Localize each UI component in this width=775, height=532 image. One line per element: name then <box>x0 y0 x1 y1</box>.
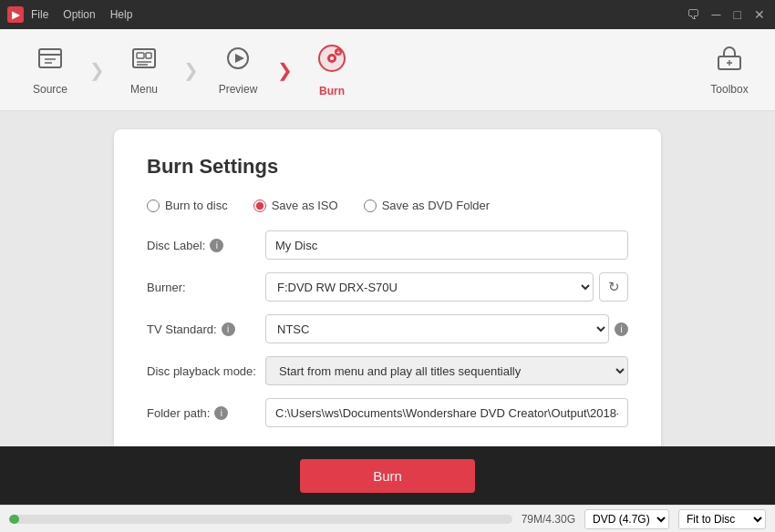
svg-text:+: + <box>336 49 340 56</box>
svg-marker-10 <box>235 54 244 63</box>
svg-rect-0 <box>39 49 61 67</box>
menu-file[interactable]: File <box>31 8 48 21</box>
toolbox-label: Toolbox <box>710 83 748 96</box>
tv-standard-select[interactable]: NTSC PAL <box>265 314 609 343</box>
window-close[interactable]: ✕ <box>751 7 768 22</box>
fit-mode-select[interactable]: Fit to Disc High Quality Custom <box>678 509 766 529</box>
radio-save-as-iso-input[interactable] <box>253 200 266 212</box>
disc-playback-mode-select[interactable]: Start from menu and play all titles sequ… <box>265 356 628 385</box>
tab-menu[interactable]: Menu <box>103 36 185 104</box>
disc-size-select[interactable]: DVD (4.7G) DVD (8.5G) BD (25G) <box>584 509 669 529</box>
toolbox-tab[interactable]: Toolbox <box>693 44 766 96</box>
main-content: Burn Settings Burn to disc Save as ISO S… <box>0 111 775 446</box>
burn-icon: + <box>315 42 348 81</box>
tab-menu-label: Menu <box>130 83 158 96</box>
tv-standard-right-info-icon[interactable]: i <box>615 322 628 336</box>
disc-label-row: Disc Label: i <box>147 230 628 260</box>
folder-path-row: Folder path: i <box>147 398 628 427</box>
radio-save-as-dvd-folder-input[interactable] <box>364 200 377 212</box>
toolbox-icon <box>715 44 744 79</box>
radio-save-as-iso[interactable]: Save as ISO <box>253 199 338 212</box>
tab-source[interactable]: Source <box>9 36 91 104</box>
radio-save-as-dvd-folder[interactable]: Save as DVD Folder <box>364 199 491 212</box>
window-controls: 🗨 ─ □ ✕ <box>684 7 768 22</box>
title-bar: ▶ File Option Help 🗨 ─ □ ✕ <box>0 0 775 29</box>
progress-bar-container <box>9 515 512 524</box>
radio-save-as-dvd-folder-label: Save as DVD Folder <box>382 199 491 212</box>
folder-path-info-icon[interactable]: i <box>214 406 228 420</box>
menu-bar: File Option Help <box>31 8 132 21</box>
window-minimize[interactable]: ─ <box>709 7 724 22</box>
burner-label: Burner: <box>147 281 265 294</box>
status-bar: 79M/4.30G DVD (4.7G) DVD (8.5G) BD (25G)… <box>0 505 775 532</box>
folder-path-input[interactable] <box>265 398 628 427</box>
burner-controls: F:DVD RW DRX-S70U ↻ <box>265 272 628 302</box>
disc-label-label: Disc Label: i <box>147 239 265 252</box>
folder-path-label: Folder path: i <box>147 406 265 420</box>
nav-tabs: Source ❯ Menu ❯ <box>9 29 373 110</box>
burner-select[interactable]: F:DVD RW DRX-S70U <box>265 272 594 302</box>
window-message[interactable]: 🗨 <box>684 7 702 22</box>
menu-help[interactable]: Help <box>110 8 133 21</box>
tab-burn-label: Burn <box>319 85 345 97</box>
bottom-bar: Burn <box>0 446 775 505</box>
burner-row: Burner: F:DVD RW DRX-S70U ↻ <box>147 272 628 302</box>
svg-rect-6 <box>146 53 151 58</box>
burn-mode-options: Burn to disc Save as ISO Save as DVD Fol… <box>147 199 628 212</box>
settings-card: Burn Settings Burn to disc Save as ISO S… <box>114 129 661 446</box>
tv-standard-info-icon[interactable]: i <box>222 322 235 336</box>
tab-preview-label: Preview <box>219 83 258 96</box>
preview-icon <box>223 44 253 79</box>
progress-bar-fill <box>9 515 19 524</box>
tv-standard-controls: NTSC PAL i <box>265 314 628 343</box>
window-maximize[interactable]: □ <box>731 7 744 22</box>
burn-button[interactable]: Burn <box>300 459 475 493</box>
radio-burn-to-disc[interactable]: Burn to disc <box>147 199 228 212</box>
storage-info: 79M/4.30G <box>522 513 575 526</box>
tab-source-label: Source <box>33 83 67 96</box>
radio-burn-to-disc-input[interactable] <box>147 200 160 212</box>
menu-icon <box>129 44 159 79</box>
nav-bar: Source ❯ Menu ❯ <box>0 29 775 111</box>
radio-burn-to-disc-label: Burn to disc <box>165 199 228 212</box>
disc-playback-mode-row: Disc playback mode: Start from menu and … <box>147 356 628 385</box>
burner-refresh-button[interactable]: ↻ <box>599 272 628 302</box>
app-icon: ▶ <box>7 6 24 23</box>
disc-label-input[interactable] <box>265 230 628 260</box>
disc-playback-mode-label: Disc playback mode: <box>147 364 265 378</box>
tab-preview[interactable]: Preview <box>197 36 279 104</box>
disc-label-info-icon[interactable]: i <box>210 239 223 252</box>
svg-rect-5 <box>137 53 144 58</box>
tv-standard-row: TV Standard: i NTSC PAL i <box>147 314 628 343</box>
menu-option[interactable]: Option <box>63 8 95 21</box>
svg-point-14 <box>330 56 334 60</box>
radio-save-as-iso-label: Save as ISO <box>272 199 338 212</box>
settings-title: Burn Settings <box>147 155 628 179</box>
tab-burn[interactable]: + Burn <box>291 36 373 104</box>
source-icon <box>36 44 65 79</box>
tv-standard-label: TV Standard: i <box>147 322 265 336</box>
